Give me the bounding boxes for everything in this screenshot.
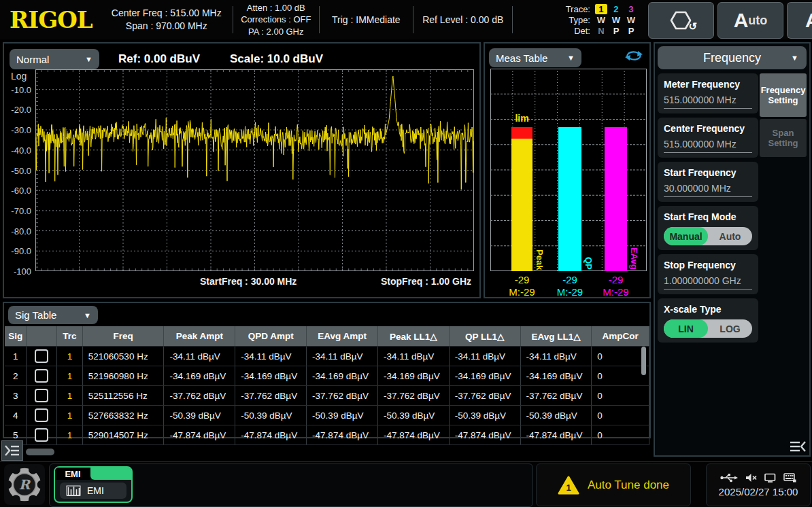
preset-button[interactable]: ↺ — [648, 2, 714, 39]
chevron-down-icon: ▼ — [77, 311, 91, 319]
card-center-frequency[interactable]: Center Frequency515.000000 MHz — [658, 118, 758, 158]
trigger-readout[interactable]: Trig : IMMediate — [320, 0, 413, 39]
bar-label-peak: Peak — [535, 249, 545, 270]
table-cell: 4 — [5, 406, 27, 425]
svg-text:R: R — [19, 477, 31, 493]
table-cell: 0 — [592, 386, 649, 406]
table-scrollbar-thumb[interactable] — [641, 347, 646, 375]
toggle-option-log[interactable]: LOG — [708, 319, 752, 338]
trig-readout: Trig : IMMediate — [332, 14, 401, 27]
table-cell: 3 — [5, 386, 27, 406]
table-row[interactable]: 31525112556 Hz-37.762 dBµV-37.762 dBµV-3… — [5, 386, 649, 406]
sidebar-menu-dropdown[interactable]: Frequency ▼ — [658, 46, 807, 69]
refresh-icon[interactable] — [624, 49, 644, 63]
table-cell: 529014507 Hz — [82, 425, 164, 445]
expand-panel-button[interactable] — [1, 440, 23, 461]
rigol-gear-icon: R — [5, 466, 44, 504]
tab-span-setting[interactable]: Span Setting — [760, 119, 807, 157]
footer-bar: R EMI EMI — [0, 461, 812, 507]
table-cell: -50.39 dBµV — [377, 406, 449, 425]
table-row[interactable]: 21521960980 Hz-34.169 dBµV-34.169 dBµV-3… — [5, 366, 649, 386]
column-header-Peak Ampt[interactable]: Peak Ampt — [164, 326, 235, 347]
column-header-Sig[interactable]: Sig — [5, 326, 27, 347]
type-label: Type: — [569, 15, 590, 25]
system-message[interactable]: 1 Auto Tune done — [536, 464, 691, 506]
card-meter-frequency[interactable]: Meter Frequency515.000000 MHz — [658, 73, 758, 113]
partial-button[interactable]: A — [787, 2, 812, 39]
trace-number: 1 — [595, 4, 607, 14]
card-stop-frequency[interactable]: Stop Frequency1.000000000 GHz — [658, 254, 758, 294]
trace-type: W — [609, 15, 624, 25]
monitor-icon[interactable] — [764, 473, 776, 483]
card-label: Stop Frequency — [664, 260, 752, 270]
emi-mode-item[interactable]: EMI — [60, 483, 126, 499]
collapse-panel-icon[interactable] — [789, 439, 807, 454]
trace-mode-dropdown[interactable]: Normal ▼ — [10, 49, 99, 69]
card-label: Start Frequency — [664, 167, 752, 178]
usb-icon[interactable] — [720, 473, 738, 483]
sig-table-panel: Sig Table ▼ SigTrcFreqPeak AmptQPD AmptE… — [3, 302, 651, 438]
meas-table-dropdown[interactable]: Meas Table ▼ — [489, 48, 581, 67]
trace-type: W — [594, 15, 609, 25]
bar-meter-value: M:-29 — [590, 286, 642, 298]
status-box: 2025/02/27 15:00 — [706, 464, 811, 506]
card-start-frequency[interactable]: Start Frequency30.000000 MHz — [658, 162, 758, 202]
row-checkbox[interactable] — [35, 408, 48, 422]
table-cell: 0 — [592, 347, 649, 366]
column-header-QPD Ampt[interactable]: QPD Ampt — [235, 326, 307, 347]
table-row[interactable]: 11521060530 Hz-34.11 dBµV-34.11 dBµV-34.… — [5, 347, 649, 366]
spectrum-grid-and-trace — [35, 69, 474, 271]
row-checkbox[interactable] — [35, 369, 48, 383]
ref-level-text: Ref Level : 0.00 dB — [422, 14, 503, 27]
trace-detector: P — [624, 26, 639, 36]
column-header-EAvg LL1△[interactable]: EAvg LL1△ — [520, 326, 592, 347]
toggle-option-auto[interactable]: Auto — [708, 227, 752, 245]
column-header-Peak LL1△[interactable]: Peak LL1△ — [377, 326, 449, 347]
freq-readout[interactable]: Center Freq : 515.00 MHz Span : 970.00 M… — [101, 0, 233, 39]
bar-value: -29 — [544, 274, 596, 285]
card-start-freq-mode[interactable]: Start Freq ModeManualAuto — [658, 206, 758, 250]
keyboard-icon[interactable] — [783, 473, 796, 483]
row-checkbox[interactable] — [35, 349, 48, 363]
table-row[interactable]: 51529014507 Hz-47.874 dBµV-47.874 dBµV-4… — [5, 425, 649, 445]
sig-table-dropdown[interactable]: Sig Table ▼ — [8, 306, 98, 324]
row-checkbox[interactable] — [35, 389, 48, 402]
toggle-option-lin[interactable]: LIN — [664, 319, 708, 338]
spectrum-plot[interactable] — [35, 69, 474, 271]
y-axis-tick: -10.0 — [11, 84, 31, 94]
auto-tune-button[interactable]: Auto — [717, 2, 783, 39]
center-freq-readout: Center Freq : 515.00 MHz — [112, 7, 222, 20]
y-axis: -10.0-20.0-30.0-40.0-50.0-60.0-70.0-80.0… — [4, 69, 33, 271]
amplitude-readout[interactable]: Atten : 1.00 dB Corrections : OFF PA : 2… — [233, 0, 319, 39]
table-cell: 521060530 Hz — [82, 347, 164, 366]
card-x-scale-type[interactable]: X-scale TypeLINLOG — [658, 298, 758, 343]
card-value: 515.000000 MHz — [664, 94, 752, 109]
column-header-Trc[interactable]: Trc — [57, 326, 83, 347]
auto-label-initial: A — [734, 9, 749, 32]
ref-level-readout[interactable]: Ref Level : 0.00 dB — [413, 0, 512, 39]
emi-task-tab: EMI — [55, 468, 131, 480]
column-header-AmpCor[interactable]: AmpCor — [592, 326, 649, 347]
trace-label: Trace: — [566, 4, 590, 14]
column-header-checkbox[interactable] — [27, 326, 57, 347]
column-header-QP LL1△[interactable]: QP LL1△ — [449, 326, 520, 347]
y-axis-tick: -70.0 — [11, 205, 31, 215]
horizontal-scrollbar-thumb[interactable] — [26, 449, 54, 455]
bar-value: -29 — [496, 274, 548, 285]
table-row[interactable]: 41527663832 Hz-50.39 dBµV-50.39 dBµV-50.… — [5, 406, 649, 425]
y-axis-tick: -20.0 — [11, 105, 31, 115]
main-menu-button[interactable]: R — [4, 464, 45, 505]
table-cell: 1 — [57, 386, 83, 406]
column-header-Freq[interactable]: Freq — [82, 326, 164, 347]
toggle-option-manual[interactable]: Manual — [664, 227, 708, 245]
partial-glyph: A — [805, 9, 812, 32]
row-checkbox[interactable] — [35, 428, 48, 442]
atten-readout: Atten : 1.00 dB — [247, 2, 305, 14]
meas-bar-eavg — [605, 127, 627, 271]
speaker-mute-icon[interactable] — [745, 473, 757, 483]
column-header-EAvg Ampt[interactable]: EAvg Ampt — [307, 326, 378, 347]
stop-freq-label: StopFreq : 1.00 GHz — [381, 276, 471, 287]
emi-task-card[interactable]: EMI EMI — [54, 466, 133, 503]
tab-frequency-setting[interactable]: Frequency Setting — [760, 73, 807, 117]
legend-row-type: Type:WWW — [569, 15, 639, 25]
